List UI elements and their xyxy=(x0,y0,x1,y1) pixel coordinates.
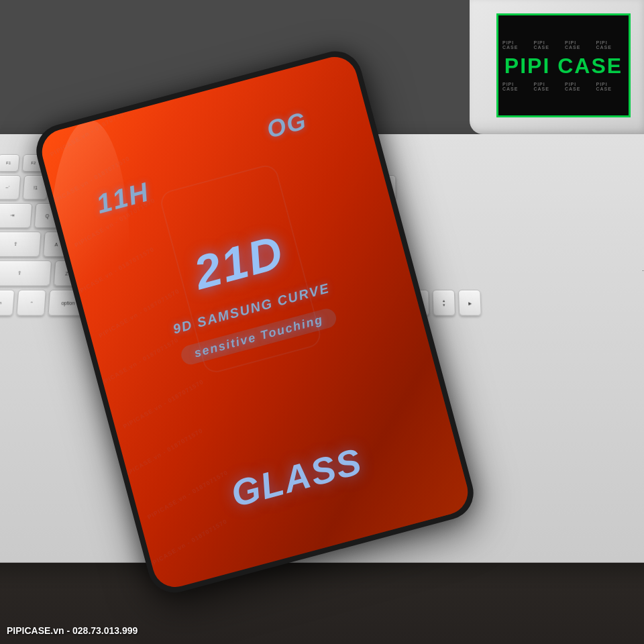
scene: F1 F2 F3 F4 F5 F6 ▶⏸ F8 F9 F10 F11 F12 ⏻… xyxy=(0,0,644,644)
watermark-10: PIPICASE.vn - 0187071570 xyxy=(146,518,229,570)
logo-small-1: PIPI CASE xyxy=(502,40,531,50)
logo-main-text: PIPI CASE xyxy=(504,55,623,76)
key-arrow-right: ▶ xyxy=(458,290,482,316)
key-f1: F1 xyxy=(0,154,20,172)
key-caps: ⇪ xyxy=(0,231,42,257)
key-ctrl: ⌃ xyxy=(16,290,46,316)
logo-small-8: PIPI CASE xyxy=(596,82,625,91)
footer-watermark: PIPICASE.vn - 028.73.013.999 xyxy=(7,625,138,636)
watermark-9: PIPICASE.vn - 0187071570 xyxy=(146,469,229,521)
logo-small-4: PIPI CASE xyxy=(596,40,625,50)
logo-small-2: PIPI CASE xyxy=(534,40,563,50)
logo-badge-inner: PIPI CASE PIPI CASE PIPI CASE PIPI CASE … xyxy=(502,19,625,111)
watermark-7: PIPICASE.vn - 0187071570 xyxy=(122,378,205,430)
logo-small-7: PIPI CASE xyxy=(565,82,594,91)
logo-badge: PIPI CASE PIPI CASE PIPI CASE PIPI CASE … xyxy=(496,13,631,117)
watermark-1: PIPICASE.vn - 0187071570 xyxy=(49,106,132,158)
key-backtick: ~` xyxy=(0,175,21,200)
logo-small-6: PIPI CASE xyxy=(534,82,563,91)
key-fn: fn xyxy=(0,290,15,316)
watermark-6: PIPICASE.vn - 0187071570 xyxy=(97,336,180,388)
key-arrows-updown: ▲ ▼ xyxy=(432,290,455,316)
key-tab: ⇥ xyxy=(0,203,32,228)
watermark-4: PIPICASE.vn - 0187071570 xyxy=(72,246,156,297)
logo-small-3: PIPI CASE xyxy=(565,40,594,50)
logo-small-row-top: PIPI CASE PIPI CASE PIPI CASE PIPI CASE xyxy=(502,40,625,50)
key-shift-l: ⇧ xyxy=(0,260,52,286)
logo-small-row-bottom: PIPI CASE PIPI CASE PIPI CASE PIPI CASE xyxy=(502,82,625,91)
logo-small-5: PIPI CASE xyxy=(502,82,531,91)
watermark-5: PIPICASE.vn - 0187071570 xyxy=(97,288,180,339)
watermark-8: PIPICASE.vn - 0187071570 xyxy=(121,427,205,479)
